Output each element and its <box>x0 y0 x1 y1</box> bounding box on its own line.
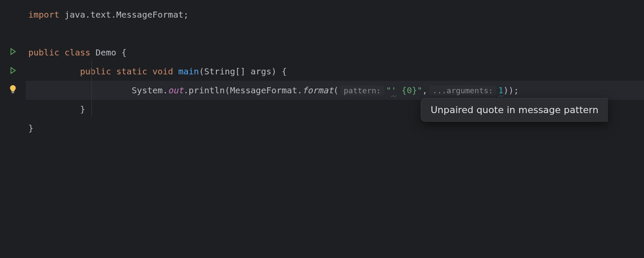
code-line-blank[interactable] <box>26 24 644 43</box>
string-literal: {0}" <box>396 85 422 95</box>
keyword: class <box>64 47 90 58</box>
code-area[interactable]: import java.text.MessageFormat; public c… <box>26 0 644 258</box>
gutter-row <box>0 5 26 24</box>
method-name: main <box>178 66 199 77</box>
punctuation: )); <box>504 85 519 95</box>
lightbulb-icon[interactable] <box>9 85 17 95</box>
keyword: static <box>116 66 147 77</box>
punctuation: { <box>116 47 127 58</box>
gutter-row <box>0 24 26 43</box>
svg-rect-1 <box>12 93 14 93</box>
class-name: Demo <box>96 47 116 58</box>
punctuation: , <box>422 85 428 95</box>
number-literal: 1 <box>498 85 503 95</box>
tooltip-text: Unpaired quote in message pattern <box>431 104 598 115</box>
params: (String[] args) { <box>199 66 287 77</box>
code-line[interactable]: import java.text.MessageFormat; <box>26 5 644 24</box>
keyword: void <box>152 66 173 77</box>
punctuation: } <box>28 123 33 133</box>
run-icon[interactable] <box>9 66 17 77</box>
parameter-hint: pattern: <box>340 86 385 95</box>
string-literal: " <box>386 85 391 95</box>
run-icon[interactable] <box>9 47 17 58</box>
identifier: System. <box>132 85 168 95</box>
keyword: import <box>28 9 59 20</box>
punctuation: ( <box>333 85 338 95</box>
code-line[interactable]: public static void main(String[] args) { <box>26 62 644 81</box>
gutter-row <box>0 81 26 100</box>
punctuation: ; <box>183 9 188 20</box>
punctuation: . <box>183 85 188 95</box>
inspection-tooltip[interactable]: Unpaired quote in message pattern <box>421 98 608 122</box>
svg-rect-0 <box>12 92 15 92</box>
identifier: (MessageFormat. <box>225 85 303 95</box>
indent-guide <box>91 60 92 117</box>
code-line[interactable]: public class Demo { <box>26 43 644 62</box>
keyword: public <box>28 47 59 58</box>
code-line-active[interactable]: System.out.println(MessageFormat.format(… <box>26 81 644 100</box>
identifier: java.text.MessageFormat <box>59 9 183 20</box>
field: out <box>168 85 183 95</box>
method-call: println <box>188 85 225 95</box>
string-warning: ' <box>391 85 396 95</box>
method-call: format <box>302 85 333 95</box>
keyword: public <box>80 66 111 77</box>
gutter-row <box>0 62 26 81</box>
gutter <box>0 0 26 258</box>
gutter-row <box>0 43 26 62</box>
code-editor[interactable]: import java.text.MessageFormat; public c… <box>0 0 644 258</box>
punctuation: } <box>80 104 85 114</box>
parameter-hint: ...arguments: <box>429 86 497 95</box>
